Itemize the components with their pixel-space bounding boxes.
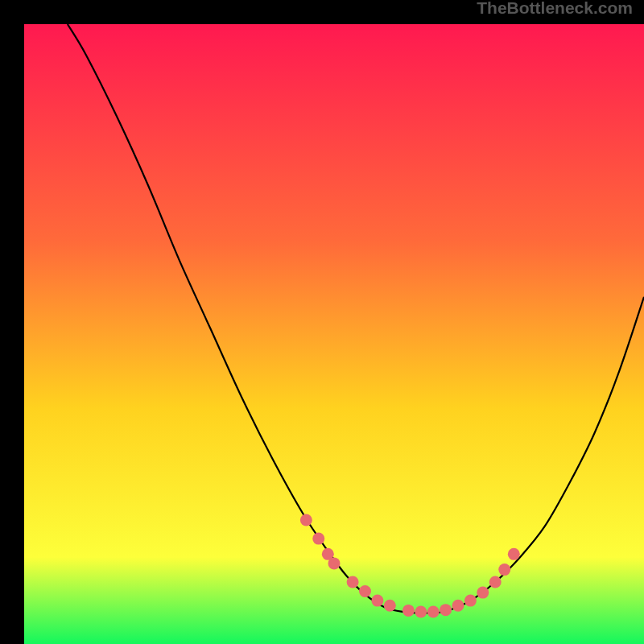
marker-dot [440,604,452,616]
marker-dot [359,585,371,597]
marker-dot [384,600,396,612]
marker-dot [347,576,359,588]
watermark-text: TheBottleneck.com [477,0,633,18]
marker-dot [464,595,477,607]
marker-dot [415,605,427,617]
chart-frame [12,12,632,632]
marker-dot [328,557,341,569]
bottleneck-chart [24,24,644,644]
marker-dot [371,595,383,607]
marker-dot [498,564,510,576]
marker-dot [300,514,312,526]
marker-dot [312,533,324,545]
marker-dot [508,548,520,560]
marker-dot [452,600,464,612]
marker-dot [402,605,415,617]
marker-dot [489,576,502,588]
marker-dot [427,605,440,617]
marker-dot [477,587,489,599]
